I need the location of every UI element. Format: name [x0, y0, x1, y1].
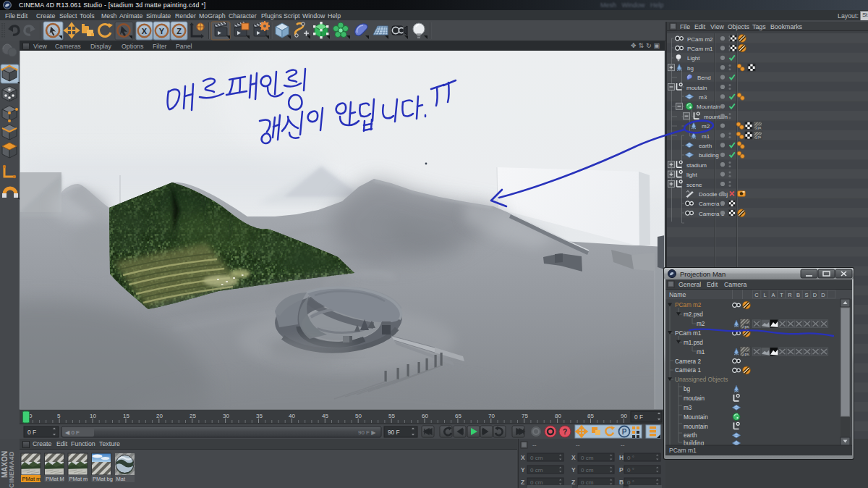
svg-text:building: building	[699, 152, 719, 159]
svg-text:PCam m2: PCam m2	[675, 302, 702, 308]
svg-text:X: X	[571, 454, 576, 461]
svg-text:Camera 2: Camera 2	[675, 358, 701, 365]
svg-text:PMat m: PMat m	[69, 476, 88, 482]
svg-text:Z: Z	[571, 479, 575, 486]
svg-text:Projection Man: Projection Man	[680, 270, 726, 278]
svg-text:D: D	[813, 292, 817, 298]
svg-text:25: 25	[190, 413, 196, 419]
svg-text:bg: bg	[687, 65, 694, 72]
svg-text:File: File	[680, 23, 690, 30]
svg-text:Y: Y	[521, 466, 525, 474]
svg-text:0 F: 0 F	[634, 413, 643, 421]
svg-text:0 cm: 0 cm	[581, 479, 594, 486]
svg-text:Z: Z	[176, 27, 182, 35]
svg-text:PCam m1: PCam m1	[687, 46, 713, 52]
svg-text:15: 15	[123, 413, 129, 419]
svg-text:m2: m2	[697, 321, 705, 327]
svg-text:Z: Z	[521, 479, 524, 486]
svg-text:Objects: Objects	[728, 23, 749, 30]
svg-text:B: B	[619, 479, 624, 486]
svg-text:Bend: Bend	[697, 75, 711, 81]
svg-text:General: General	[678, 281, 701, 288]
svg-text:0 F: 0 F	[27, 429, 36, 436]
svg-text:?: ?	[563, 428, 567, 436]
svg-text:0 °: 0 °	[627, 455, 634, 461]
svg-text:S: S	[804, 292, 808, 298]
svg-text:Edit: Edit	[694, 23, 706, 30]
svg-text:m1: m1	[702, 133, 710, 140]
svg-text:PMat m: PMat m	[22, 476, 41, 482]
svg-text:0 cm: 0 cm	[530, 455, 543, 461]
svg-text:65: 65	[455, 413, 461, 419]
svg-text:D: D	[821, 292, 825, 298]
svg-text:0 cm: 0 cm	[581, 467, 594, 474]
svg-text:bg: bg	[684, 386, 691, 392]
svg-text:80: 80	[555, 413, 561, 419]
svg-text:m3: m3	[684, 405, 692, 411]
svg-text:light: light	[686, 172, 697, 178]
svg-text:earth: earth	[699, 143, 712, 149]
svg-text:stadium: stadium	[686, 162, 707, 169]
svg-text:10: 10	[90, 413, 96, 419]
svg-text:m2: m2	[702, 123, 710, 130]
svg-text:Mountain: Mountain	[684, 414, 708, 421]
svg-text:View: View	[710, 23, 725, 30]
svg-text:Bookmarks: Bookmarks	[770, 23, 803, 30]
svg-text:Edit: Edit	[707, 281, 718, 288]
svg-text:PCam m1: PCam m1	[669, 447, 697, 454]
svg-text:45: 45	[322, 413, 328, 419]
svg-text:0 °: 0 °	[627, 467, 634, 474]
svg-text:◀ 0 F: ◀ 0 F	[65, 429, 80, 436]
svg-text:30: 30	[223, 413, 229, 419]
svg-text:X: X	[521, 454, 525, 461]
svg-text:scene: scene	[686, 182, 702, 188]
svg-text:B: B	[796, 292, 800, 298]
svg-text:Unassigned Objects: Unassigned Objects	[675, 376, 728, 383]
svg-text:mountain: mountain	[684, 424, 708, 430]
svg-text:PMat bg: PMat bg	[93, 476, 113, 482]
svg-text:70: 70	[488, 413, 495, 419]
svg-text:20: 20	[156, 413, 163, 419]
svg-text:P: P	[622, 428, 627, 436]
svg-text:m1: m1	[697, 349, 705, 356]
svg-text:0 °: 0 °	[627, 479, 634, 486]
svg-text:0 cm: 0 cm	[581, 455, 594, 461]
svg-text:Tags: Tags	[752, 23, 766, 30]
svg-text:moutain: moutain	[684, 395, 705, 402]
svg-text:PMat M: PMat M	[46, 476, 64, 482]
svg-text:--: --	[576, 442, 580, 449]
svg-text:m1.psd: m1.psd	[684, 340, 703, 346]
svg-text:moutain: moutain	[686, 85, 707, 91]
svg-text:90 F: 90 F	[388, 429, 400, 436]
svg-text:85: 85	[587, 413, 594, 419]
svg-text:90: 90	[621, 413, 627, 419]
svg-text:PCam m1: PCam m1	[675, 330, 702, 337]
svg-text:T: T	[780, 292, 783, 298]
svg-text:35: 35	[256, 413, 263, 419]
svg-text:X: X	[142, 27, 148, 35]
svg-text:Camera: Camera	[724, 281, 746, 288]
svg-text:--: --	[532, 442, 537, 449]
svg-text:55: 55	[388, 413, 395, 419]
svg-text:Mountain: Mountain	[697, 104, 720, 110]
svg-text:Camera 1: Camera 1	[675, 367, 701, 374]
svg-text:0 cm: 0 cm	[530, 467, 543, 474]
svg-text:75: 75	[522, 413, 528, 419]
svg-text:5: 5	[57, 413, 61, 419]
svg-text:H: H	[619, 454, 624, 461]
svg-text:--: --	[621, 442, 625, 449]
svg-text:PCam m2: PCam m2	[687, 36, 713, 43]
svg-text:60: 60	[422, 413, 428, 419]
svg-text:m2.psd: m2.psd	[684, 311, 703, 318]
svg-text:earth: earth	[684, 432, 697, 439]
svg-text:50: 50	[355, 413, 362, 419]
svg-text:Y: Y	[159, 27, 165, 35]
svg-text:40: 40	[289, 413, 295, 419]
svg-text:A: A	[771, 292, 775, 298]
svg-text:Light: Light	[687, 55, 700, 62]
svg-text:L: L	[763, 292, 766, 298]
svg-text:90 F ▶: 90 F ▶	[358, 429, 376, 436]
svg-text:m3: m3	[699, 94, 707, 101]
svg-text:Name: Name	[669, 291, 686, 298]
svg-text:C: C	[754, 292, 759, 298]
